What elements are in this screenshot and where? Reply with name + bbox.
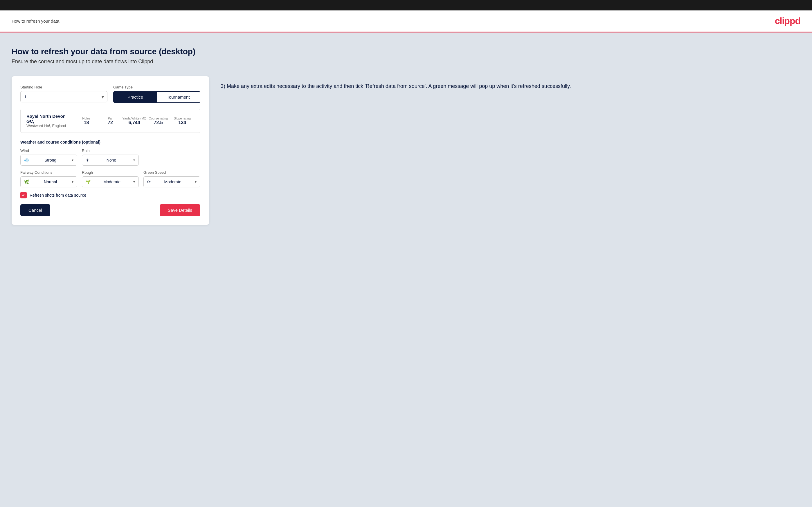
rough-value: Moderate [103, 179, 120, 184]
tournament-button[interactable]: Tournament [157, 92, 200, 102]
slope-label: Slope rating [173, 117, 191, 120]
fairway-icon: 🌿 [24, 179, 29, 184]
course-stat-slope: Slope rating 134 [170, 117, 194, 125]
starting-hole-select-wrapper: 1 [20, 91, 107, 102]
course-name-col: Royal North Devon GC, Westward Ho!, Engl… [27, 114, 74, 128]
fairway-group: Fairway Conditions 🌿 Normal ▾ [20, 170, 77, 187]
practice-button[interactable]: Practice [114, 92, 157, 102]
course-stat-yards: Yards/White (M)) 6,744 [122, 117, 146, 125]
fairway-dropdown[interactable]: 🌿 Normal ▾ [20, 176, 77, 187]
rough-group: Rough 🌱 Moderate ▾ [82, 170, 139, 187]
rain-dropdown[interactable]: ☀ None ▾ [82, 155, 139, 166]
button-row: Cancel Save Details [20, 204, 200, 216]
course-stat-rating: Course rating 72.5 [146, 117, 170, 125]
green-speed-chevron-icon: ▾ [195, 180, 197, 184]
rough-dropdown[interactable]: 🌱 Moderate ▾ [82, 176, 139, 187]
holes-value: 18 [84, 120, 89, 125]
rough-chevron-icon: ▾ [133, 180, 135, 184]
rain-label: Rain [82, 149, 139, 153]
instruction-text: 3) Make any extra edits necessary to the… [221, 82, 800, 91]
rating-label: Course rating [149, 117, 168, 120]
course-stat-par: Par 72 [98, 117, 122, 125]
par-value: 72 [108, 120, 113, 125]
rough-label: Rough [82, 170, 139, 175]
green-speed-group: Green Speed ⟳ Moderate ▾ [143, 170, 200, 187]
par-label: Par [108, 117, 113, 120]
wind-group: Wind 💨 Strong ▾ [20, 149, 77, 166]
starting-hole-group: Starting Hole 1 [20, 85, 107, 103]
refresh-checkbox[interactable] [20, 192, 27, 199]
starting-hole-select[interactable]: 1 [20, 91, 107, 102]
top-bar [0, 0, 812, 10]
wind-dropdown[interactable]: 💨 Strong ▾ [20, 155, 77, 166]
starting-hole-label: Starting Hole [20, 85, 107, 89]
rain-group: Rain ☀ None ▾ [82, 149, 139, 166]
fairway-value: Normal [44, 179, 57, 184]
game-type-group: Game Type Practice Tournament [113, 85, 200, 103]
course-location: Westward Ho!, England [27, 123, 74, 128]
header: How to refresh your data clippd [0, 10, 812, 33]
rain-icon: ☀ [86, 158, 89, 162]
wind-label: Wind [20, 149, 77, 153]
wind-value: Strong [44, 158, 56, 162]
logo: clippd [775, 16, 800, 26]
rough-icon: 🌱 [86, 179, 91, 184]
game-type-buttons: Practice Tournament [113, 91, 200, 103]
course-info: Royal North Devon GC, Westward Ho!, Engl… [20, 109, 200, 133]
page-title: How to refresh your data from source (de… [12, 47, 800, 56]
yards-label: Yards/White (M)) [122, 117, 146, 120]
rain-chevron-icon: ▾ [133, 158, 135, 162]
slope-value: 134 [178, 120, 186, 125]
yards-value: 6,744 [129, 120, 140, 125]
weather-row-1: Wind 💨 Strong ▾ Rain ☀ None ▾ [20, 149, 200, 166]
right-column: 3) Make any extra edits necessary to the… [221, 76, 800, 91]
header-title: How to refresh your data [12, 18, 59, 23]
wind-icon: 💨 [24, 158, 29, 162]
weather-section-title: Weather and course conditions (optional) [20, 140, 200, 145]
green-speed-dropdown[interactable]: ⟳ Moderate ▾ [143, 176, 200, 187]
rating-value: 72.5 [154, 120, 163, 125]
fairway-label: Fairway Conditions [20, 170, 77, 175]
holes-label: Holes [82, 117, 90, 120]
wind-chevron-icon: ▾ [72, 158, 73, 162]
main-content: How to refresh your data from source (de… [0, 33, 812, 507]
green-speed-value: Moderate [164, 179, 181, 184]
content-area: Starting Hole 1 Game Type Practice Tourn… [12, 76, 800, 225]
weather-row-2: Fairway Conditions 🌿 Normal ▾ Rough 🌱 Mo… [20, 170, 200, 187]
course-stat-holes: Holes 18 [74, 117, 98, 125]
page-subtitle: Ensure the correct and most up to date d… [12, 59, 800, 65]
form-row-top: Starting Hole 1 Game Type Practice Tourn… [20, 85, 200, 103]
refresh-checkbox-row: Refresh shots from data source [20, 192, 200, 199]
cancel-button[interactable]: Cancel [20, 204, 50, 216]
course-name: Royal North Devon GC, [27, 114, 74, 123]
rain-value: None [107, 158, 116, 162]
green-speed-icon: ⟳ [147, 179, 151, 184]
save-button[interactable]: Save Details [160, 204, 200, 216]
refresh-checkbox-label: Refresh shots from data source [30, 193, 86, 198]
form-card: Starting Hole 1 Game Type Practice Tourn… [12, 76, 209, 225]
game-type-label: Game Type [113, 85, 200, 89]
green-speed-label: Green Speed [143, 170, 200, 175]
fairway-chevron-icon: ▾ [72, 180, 73, 184]
